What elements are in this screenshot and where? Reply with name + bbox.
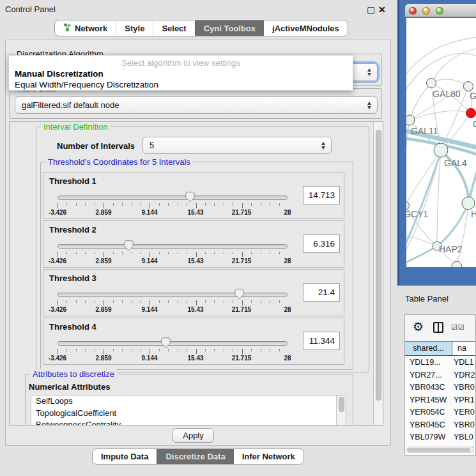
- tab-label: jActiveMNodules: [272, 24, 339, 33]
- spinner-arrows-icon: [321, 142, 325, 150]
- network-icon: [63, 23, 72, 34]
- table-data-group: Table Data galFiltered.sif default node: [9, 88, 382, 119]
- network-canvas[interactable]: GAL80 G. C GAL11 GAL4 GCY1 H HAP2: [406, 18, 476, 267]
- desktop: { "window": { "title": "Control Panel" }…: [0, 0, 476, 476]
- settings-scrollbar[interactable]: [373, 122, 383, 425]
- tab-label: Impute Data: [101, 452, 148, 461]
- column-header-name[interactable]: na: [452, 342, 476, 355]
- threshold-value-field[interactable]: 14.713: [303, 186, 340, 204]
- network-window-titlebar[interactable]: [405, 4, 476, 17]
- algorithm-option-equal-width[interactable]: Equal Width/Frequency Discretization: [15, 80, 158, 89]
- table-panel-title: Table Panel: [405, 294, 449, 303]
- threshold-slider[interactable]: -3.4262.8599.14415.4321.71528: [58, 289, 288, 314]
- tab-select[interactable]: Select: [153, 20, 194, 36]
- table-data-combobox[interactable]: galFiltered.sif default node: [15, 96, 378, 114]
- top-tab-bar: Network Style Select Cyni Toolbox jActiv…: [54, 20, 348, 36]
- threshold-panel: Threshold 3 -3.4262.8599.14415.4321.7152…: [43, 269, 344, 316]
- threshold-slider[interactable]: -3.4262.8599.14415.4321.71528: [58, 337, 288, 363]
- threshold-value-field[interactable]: 11.344: [303, 332, 340, 350]
- cell-name: YDR2: [452, 369, 475, 382]
- close-icon[interactable]: ✕: [378, 4, 386, 15]
- node-selected-red[interactable]: [466, 109, 476, 118]
- threshold-panel: Threshold 2 -3.4262.8599.14415.4321.7152…: [43, 220, 344, 268]
- minimize-traffic-light-icon[interactable]: [422, 7, 430, 15]
- cell-shared-name: YDR27...: [405, 369, 452, 382]
- zoom-traffic-light-icon[interactable]: [436, 7, 443, 15]
- tab-style[interactable]: Style: [116, 20, 153, 36]
- numerical-attributes-list[interactable]: SelfLoops TopologicalCoefficient Between…: [31, 395, 346, 426]
- select-columns-checkbox-icons[interactable]: ☑☑: [451, 323, 465, 332]
- table-row[interactable]: YBR043C YBR0: [405, 381, 475, 394]
- slider-thumb[interactable]: [185, 192, 195, 203]
- slider-track[interactable]: [58, 244, 288, 249]
- cell-name: YDL1: [452, 357, 475, 369]
- cell-shared-name: YDL19...: [405, 357, 452, 369]
- tab-discretize-data[interactable]: Discretize Data: [157, 449, 233, 464]
- threshold-slider[interactable]: -3.4262.8599.14415.4321.71528: [58, 240, 288, 266]
- table-row[interactable]: YDL19... YDL1: [405, 357, 475, 369]
- slider-track[interactable]: [58, 293, 288, 297]
- node-gal11[interactable]: [406, 115, 415, 125]
- close-traffic-light-icon[interactable]: [409, 7, 417, 15]
- numerical-attributes-label: Numerical Attributes: [29, 382, 110, 392]
- node-gal4[interactable]: [434, 143, 448, 157]
- table-row[interactable]: YBL079W YBL0: [405, 431, 475, 444]
- node-bottom-partial[interactable]: [452, 261, 462, 267]
- node-partial-top-right[interactable]: [464, 82, 473, 91]
- slider-major-ticks: [58, 300, 288, 305]
- columns-icon[interactable]: [433, 322, 443, 333]
- slider-thumb[interactable]: [234, 289, 244, 300]
- tab-infer-network[interactable]: Infer Network: [234, 449, 303, 464]
- node-label: GAL4: [444, 158, 467, 168]
- algorithm-option-manual[interactable]: Manual Discretization: [15, 69, 104, 79]
- algorithm-hint: Select algorithm to view settings: [9, 58, 353, 68]
- table-row[interactable]: YBR045C YBR0: [405, 419, 475, 432]
- table-h-scrollbar[interactable]: [406, 447, 474, 453]
- node-right-middle[interactable]: [462, 197, 475, 210]
- gear-icon[interactable]: ⚙: [413, 320, 424, 334]
- table-row[interactable]: YER054C YER0: [405, 406, 475, 419]
- slider-tick-labels: -3.4262.8599.14415.4321.71528: [58, 306, 288, 314]
- attributes-scrollbar[interactable]: [336, 395, 346, 426]
- attribute-list-item[interactable]: BetweennessCentrality: [31, 419, 346, 426]
- slider-thumb[interactable]: [161, 337, 171, 348]
- float-window-icon[interactable]: ▢: [367, 4, 375, 15]
- settings-scrollpane: Interval Definition Number of Intervals …: [9, 121, 383, 426]
- threshold-value-field[interactable]: 6.316: [303, 234, 340, 253]
- cell-shared-name: YBR043C: [405, 381, 452, 394]
- tab-impute-data[interactable]: Impute Data: [93, 449, 157, 464]
- threshold-slider[interactable]: -3.4262.8599.14415.4321.71528: [58, 192, 288, 217]
- threshold-panel: Threshold 1 -3.4262.8599.14415.4321.7152…: [43, 172, 344, 219]
- node-label: GCY1: [406, 209, 428, 219]
- slider-tick-labels: -3.4262.8599.14415.4321.71528: [58, 209, 288, 217]
- node-gal80[interactable]: [427, 79, 436, 88]
- tab-label: Network: [75, 24, 107, 33]
- tab-network[interactable]: Network: [55, 20, 116, 36]
- table-row[interactable]: YDR27... YDR2: [405, 369, 475, 382]
- tab-cyni-toolbox[interactable]: Cyni Toolbox: [195, 20, 264, 36]
- tab-jactivemnodules[interactable]: jActiveMNodules: [264, 20, 348, 36]
- cell-name: YBL0: [452, 431, 475, 444]
- slider-major-ticks: [58, 252, 288, 257]
- spinner-arrows-icon: [367, 68, 371, 76]
- slider-track[interactable]: [58, 341, 288, 346]
- slider-tick-labels: -3.4262.8599.14415.4321.71528: [58, 257, 288, 265]
- cell-shared-name: YPR145W: [405, 394, 452, 407]
- slider-track[interactable]: [58, 196, 288, 200]
- node-label-partial: H: [471, 209, 476, 219]
- cell-shared-name: YBL079W: [405, 431, 452, 444]
- column-header-shared-name[interactable]: shared...: [405, 342, 452, 355]
- threshold-label: Threshold 3: [49, 273, 96, 283]
- algorithm-dropdown-popup: Select algorithm to view settings Manual…: [8, 55, 353, 91]
- bottom-tab-bar: Impute Data Discretize Data Infer Networ…: [92, 449, 304, 464]
- num-intervals-combobox[interactable]: 5: [142, 137, 332, 154]
- slider-thumb[interactable]: [124, 240, 134, 251]
- threshold-value-field[interactable]: 21.4: [303, 283, 340, 302]
- attribute-list-item[interactable]: TopologicalCoefficient: [31, 408, 346, 420]
- table-row[interactable]: YPR145W YPR1: [405, 394, 475, 407]
- window-title: Control Panel: [5, 4, 56, 14]
- apply-button[interactable]: Apply: [173, 428, 214, 443]
- attribute-list-item[interactable]: SelfLoops: [31, 395, 346, 408]
- table-data-selected-value: galFiltered.sif default node: [22, 100, 119, 110]
- spinner-arrows-icon: [367, 102, 371, 109]
